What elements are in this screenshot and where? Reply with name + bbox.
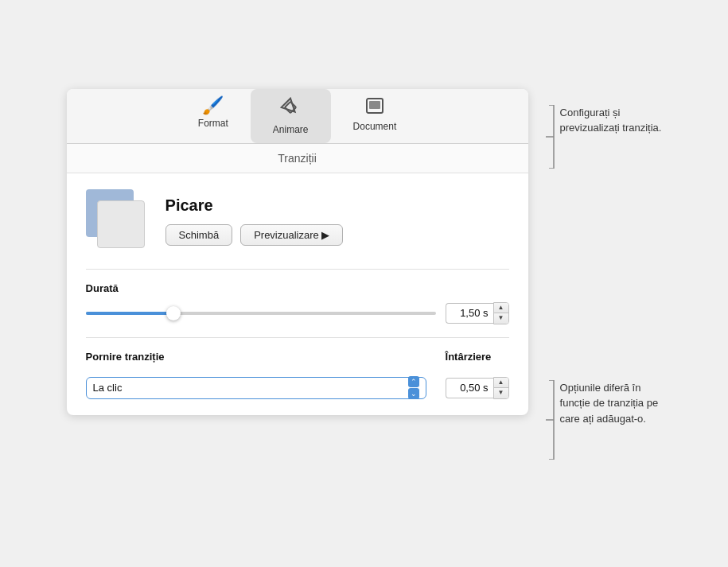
animare-label: Animare	[273, 124, 309, 135]
tab-animare[interactable]: Animare	[251, 89, 331, 143]
transition-info: Picare Schimbă Previzualizare ▶	[165, 196, 344, 246]
panel-body: Picare Schimbă Previzualizare ▶ Durată	[67, 173, 528, 415]
slider-row: ▲ ▼	[86, 302, 509, 324]
start-col: Pornire tranziție La clic ⌃ ⌄	[86, 351, 426, 399]
divider-2	[86, 337, 509, 338]
format-label: Format	[198, 118, 228, 129]
delay-stepper-down[interactable]: ▼	[494, 388, 508, 398]
delay-stepper: ▲ ▼	[493, 377, 509, 399]
duration-input[interactable]	[446, 303, 493, 324]
duration-stepper-down[interactable]: ▼	[494, 313, 508, 324]
callout-area: Configurați șiprevizualizați tranziția. …	[528, 89, 662, 479]
bottom-row: Pornire tranziție La clic ⌃ ⌄ Întârziere	[86, 351, 509, 399]
duration-value-box: ▲ ▼	[446, 302, 509, 324]
toolbar: 🖌️ Format Animare	[67, 89, 528, 144]
bottom-bracket	[544, 380, 555, 463]
document-icon	[365, 97, 384, 118]
svg-rect-3	[369, 101, 380, 109]
callout-top: Configurați șiprevizualizați tranziția.	[544, 105, 662, 172]
duration-label: Durată	[86, 282, 509, 294]
delay-stepper-up[interactable]: ▲	[494, 378, 508, 388]
divider-1	[86, 269, 509, 270]
dropdown-chevron: ⌃ ⌄	[408, 376, 419, 399]
top-bracket	[544, 105, 555, 172]
transition-row: Picare Schimbă Previzualizare ▶	[86, 189, 509, 253]
transition-name: Picare	[165, 196, 344, 215]
delay-value-box: ▲ ▼	[446, 377, 509, 399]
transition-icon	[86, 189, 150, 253]
start-label: Pornire tranziție	[86, 351, 426, 363]
preview-label: Previzualizare ▶	[254, 229, 329, 241]
slider-fill	[86, 312, 173, 315]
delay-col: Întârziere ▲ ▼	[446, 351, 509, 399]
slider-thumb[interactable]	[166, 306, 181, 320]
animare-icon	[280, 97, 301, 121]
card-front	[97, 200, 145, 248]
duration-stepper-up[interactable]: ▲	[494, 303, 508, 313]
section-title: Tranziții	[67, 144, 528, 173]
dropdown-row: La clic ⌃ ⌄	[86, 377, 426, 399]
tab-document[interactable]: Document	[331, 89, 419, 143]
tab-format[interactable]: 🖌️ Format	[176, 89, 251, 143]
duration-stepper: ▲ ▼	[493, 302, 509, 324]
delay-label: Întârziere	[446, 351, 509, 363]
callout-bottom-text: Opțiunile diferă înfuncție de tranziția …	[560, 380, 659, 427]
duration-section: Durată ▲ ▼	[86, 282, 509, 324]
panel: 🖌️ Format Animare	[67, 89, 528, 415]
start-dropdown[interactable]: La clic ⌃ ⌄	[86, 377, 426, 399]
slider-track	[86, 312, 436, 315]
scene: 🖌️ Format Animare	[67, 89, 662, 479]
document-label: Document	[353, 121, 397, 132]
transition-buttons: Schimbă Previzualizare ▶	[165, 224, 344, 246]
svg-marker-0	[282, 98, 300, 116]
callout-bottom: Opțiunile diferă înfuncție de tranziția …	[544, 380, 662, 463]
chevron-down-icon: ⌄	[408, 388, 419, 399]
chevron-up-icon: ⌃	[408, 376, 419, 387]
delay-input[interactable]	[446, 378, 493, 398]
preview-button[interactable]: Previzualizare ▶	[240, 224, 343, 246]
format-icon: 🖌️	[202, 97, 224, 115]
start-value: La clic	[93, 382, 123, 394]
slider-container[interactable]	[86, 305, 436, 321]
change-label: Schimbă	[179, 229, 220, 241]
change-button[interactable]: Schimbă	[165, 224, 233, 246]
callout-top-text: Configurați șiprevizualizați tranziția.	[560, 105, 662, 136]
